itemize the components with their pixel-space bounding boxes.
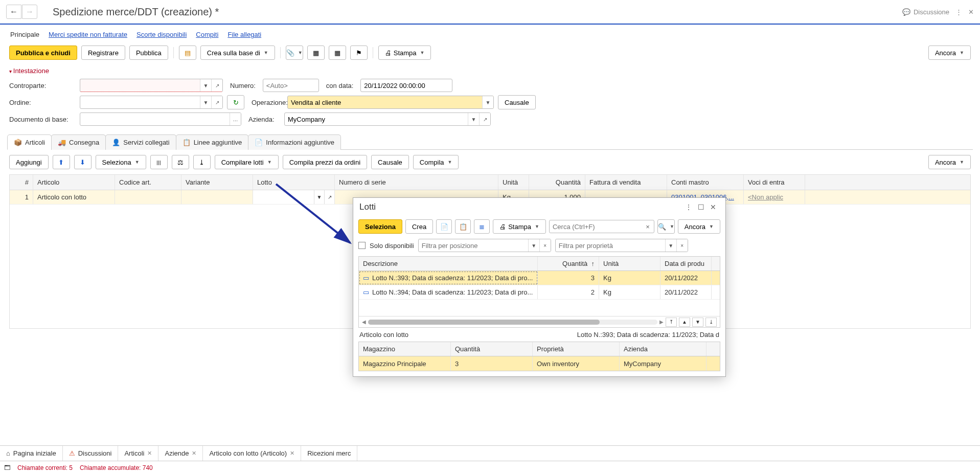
popup-maximize-icon[interactable]: ☐ xyxy=(695,203,707,211)
sub-more-button[interactable]: Ancora▼ xyxy=(928,155,971,169)
col-serie[interactable]: Numero di serie xyxy=(335,175,498,190)
horizontal-scrollbar[interactable] xyxy=(368,320,657,325)
barcode-button[interactable]: ⫼ xyxy=(150,155,168,169)
tab-merci-spedite[interactable]: Merci spedite non fatturate xyxy=(49,29,127,40)
kebab-icon[interactable]: ⋮ xyxy=(955,8,962,16)
add-button[interactable]: Aggiungi xyxy=(9,155,49,169)
tab-file-allegati[interactable]: File allegati xyxy=(227,29,261,40)
dropdown-icon[interactable]: ▼ xyxy=(468,113,479,125)
open-icon[interactable]: ↗ xyxy=(324,190,334,204)
lot-row[interactable]: ▭Lotto N.:394; Data di scadenza: 11/2023… xyxy=(359,285,720,300)
clear-icon[interactable]: × xyxy=(676,239,688,252)
open-icon[interactable]: ↗ xyxy=(211,79,222,92)
popup-more-button[interactable]: Ancora▼ xyxy=(678,219,720,234)
voci-link[interactable]: <Non applic xyxy=(748,193,783,201)
popup-new-button[interactable]: 📋 xyxy=(455,219,471,234)
col-articolo[interactable]: Articolo xyxy=(33,175,115,190)
close-icon[interactable]: ✕ xyxy=(968,8,974,16)
scroll-up-button[interactable]: ▲ xyxy=(679,318,690,327)
popup-create-button[interactable]: Crea xyxy=(405,219,433,234)
pcol-qty[interactable]: Quantità ↑ xyxy=(538,257,599,270)
tab-compiti[interactable]: Compiti xyxy=(196,29,218,40)
subtab-linee[interactable]: 📋Linee aggiuntive xyxy=(176,134,249,150)
dropdown-icon[interactable]: ▼ xyxy=(200,96,211,108)
number-input[interactable] xyxy=(263,79,319,92)
popup-copy-button[interactable]: 📄 xyxy=(436,219,452,234)
col-conti[interactable]: Conti mastro xyxy=(667,175,744,190)
move-up-button[interactable]: ⬆ xyxy=(53,155,70,169)
open-icon[interactable]: ↗ xyxy=(479,113,490,125)
reason-button-2[interactable]: Causale xyxy=(371,155,409,169)
pcol-desc[interactable]: Descrizione xyxy=(359,257,538,270)
scroll-left-icon[interactable]: ◀ xyxy=(362,319,366,325)
col-codice[interactable]: Codice art. xyxy=(115,175,181,190)
col-unita[interactable]: Unità xyxy=(498,175,529,190)
pcol-date[interactable]: Data di produ xyxy=(660,257,712,270)
dropdown-icon[interactable]: ▼ xyxy=(314,190,324,204)
filter-position-input[interactable]: ▼× xyxy=(418,239,551,252)
popup-search-button[interactable]: 🔍▼ xyxy=(657,219,675,234)
doc-icon-button[interactable]: ▤ xyxy=(179,46,196,60)
back-button[interactable]: ← xyxy=(6,5,21,19)
popup-print-button[interactable]: 🖨 Stampa▼ xyxy=(493,219,546,234)
col-quantita[interactable]: Quantità xyxy=(529,175,585,190)
counterparty-input[interactable]: ▼↗ xyxy=(80,79,223,92)
report-button[interactable]: ▦ xyxy=(307,46,325,60)
operation-input[interactable]: ▼ xyxy=(287,96,494,109)
dropdown-icon[interactable]: ▼ xyxy=(200,79,211,92)
col-voci[interactable]: Voci di entra xyxy=(744,175,805,190)
more-button[interactable]: Ancora▼ xyxy=(928,46,971,60)
section-intestazione[interactable]: Intestazione xyxy=(0,65,980,77)
compile-lots-button[interactable]: Compilare lotti▼ xyxy=(215,155,279,169)
popup-kebab-icon[interactable]: ⋮ xyxy=(682,203,695,211)
subtab-consegna[interactable]: 🚚Consegna xyxy=(51,134,106,150)
popup-search-input[interactable]: × xyxy=(549,220,654,233)
compile-button[interactable]: Compila▼ xyxy=(413,155,459,169)
dropdown-icon[interactable]: ▼ xyxy=(665,239,676,252)
filter-property-input[interactable]: ▼× xyxy=(555,239,688,252)
popup-select-button[interactable]: Seleziona xyxy=(358,219,402,234)
subtab-info[interactable]: 📄Informazioni aggiuntive xyxy=(248,134,341,150)
select-button[interactable]: Seleziona▼ xyxy=(96,155,146,169)
scroll-top-button[interactable]: ⤒ xyxy=(666,318,677,327)
reason-button[interactable]: Causale xyxy=(498,95,536,109)
basedoc-input[interactable]: … xyxy=(80,112,241,126)
dropdown-icon[interactable]: ▼ xyxy=(482,96,493,108)
create-based-button[interactable]: Crea sulla base di▼ xyxy=(200,46,275,60)
date-input[interactable]: 📅 xyxy=(360,79,452,92)
col-fattura[interactable]: Fattura di vendita xyxy=(585,175,667,190)
clear-icon[interactable]: × xyxy=(539,239,551,252)
lot-row[interactable]: ▭Lotto N.:393; Data di scadenza: 11/2023… xyxy=(359,271,720,285)
ellipsis-icon[interactable]: … xyxy=(230,113,241,125)
grid-icon-button[interactable]: ▦ xyxy=(329,46,346,60)
move-down-button[interactable]: ⬇ xyxy=(74,155,92,169)
popup-list-button[interactable]: ≣ xyxy=(474,219,490,234)
pcol-unit[interactable]: Unità xyxy=(599,257,660,270)
print-button[interactable]: 🖨 Stampa▼ xyxy=(378,46,431,60)
refresh-order-button[interactable]: ↻ xyxy=(227,95,244,109)
scroll-down-button[interactable]: ▼ xyxy=(692,318,703,327)
col-num[interactable]: # xyxy=(10,175,33,190)
open-icon[interactable]: ↗ xyxy=(211,96,222,108)
only-available-checkbox[interactable] xyxy=(358,242,366,249)
subtab-servizi[interactable]: 👤Servizi collegati xyxy=(105,134,176,150)
compile-prices-button[interactable]: Compila prezzi da ordini xyxy=(283,155,367,169)
discussion-link[interactable]: 💬Discussione xyxy=(902,8,949,16)
clear-icon[interactable]: × xyxy=(642,220,654,233)
col-variante[interactable]: Variante xyxy=(181,175,253,190)
col-lotto[interactable]: Lotto xyxy=(253,175,335,190)
register-button[interactable]: Registrare xyxy=(81,46,125,60)
forward-button[interactable]: → xyxy=(22,5,37,19)
puzzle-button[interactable]: ⚑ xyxy=(350,46,368,60)
publish-close-button[interactable]: Pubblica e chiudi xyxy=(9,46,77,60)
subtab-articoli[interactable]: 📦Articoli xyxy=(7,134,52,150)
publish-button[interactable]: Pubblica xyxy=(129,46,168,60)
import-button[interactable]: ⤓ xyxy=(193,155,211,169)
company-input[interactable]: ▼↗ xyxy=(284,112,491,126)
weight-button[interactable]: ⚖ xyxy=(172,155,189,169)
order-input[interactable]: ▼↗ xyxy=(80,96,223,109)
tab-scorte[interactable]: Scorte disponibili xyxy=(136,29,187,40)
dropdown-icon[interactable]: ▼ xyxy=(528,239,539,252)
scroll-right-icon[interactable]: ▶ xyxy=(659,319,664,325)
scroll-bottom-button[interactable]: ⤓ xyxy=(705,318,717,327)
